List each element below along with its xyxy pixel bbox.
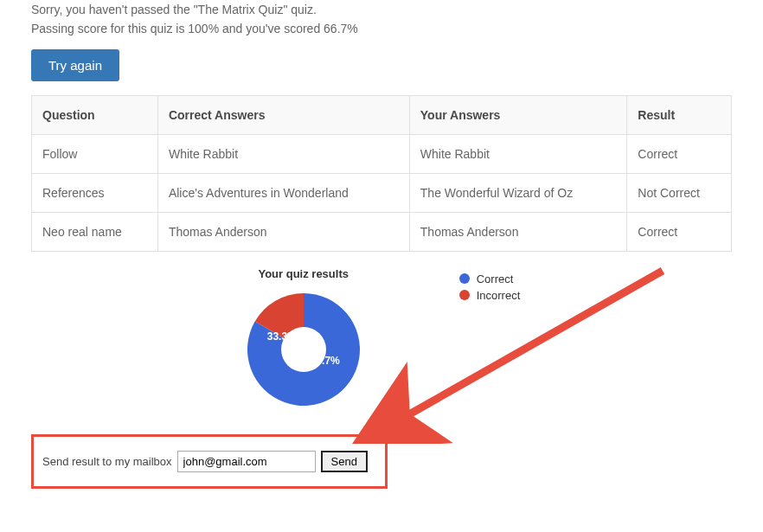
cell-question: References [32,173,158,212]
table-row: Follow White Rabbit White Rabbit Correct [32,134,732,173]
email-field[interactable] [177,451,316,472]
send-result-label: Send result to my mailbox [42,455,172,468]
table-row: Neo real name Thomas Anderson Thomas And… [32,212,732,251]
table-row: References Alice's Adventures in Wonderl… [32,173,732,212]
legend-item-incorrect: Incorrect [459,289,521,302]
cell-correct-answer: White Rabbit [157,134,409,173]
header-result: Result [627,95,732,134]
header-question: Question [32,95,158,134]
cell-result: Correct [627,212,732,251]
cell-question: Neo real name [32,212,158,251]
cell-result: Correct [627,134,732,173]
chart-block: Your quiz results 66.7% 33.3% [243,267,364,410]
legend-label-correct: Correct [477,272,514,285]
header-correct-answers: Correct Answers [157,95,409,134]
send-result-section: Send result to my mailbox Send [31,434,388,489]
header-your-answers: Your Answers [409,95,627,134]
cell-correct-answer: Alice's Adventures in Wonderland [157,173,409,212]
legend-item-correct: Correct [459,272,521,285]
svg-line-0 [403,271,663,418]
donut-chart: 66.7% 33.3% [243,289,364,410]
fail-message-line1: Sorry, you haven't passed the "The Matri… [31,0,732,19]
chart-section: Your quiz results 66.7% 33.3% Correct In… [31,267,732,410]
legend-label-incorrect: Incorrect [477,289,521,302]
cell-question: Follow [32,134,158,173]
chart-legend: Correct Incorrect [459,272,521,305]
legend-swatch-incorrect-icon [459,290,470,300]
cell-your-answer: White Rabbit [409,134,627,173]
slice-label-correct: 66.7% [311,355,340,367]
send-button[interactable]: Send [321,451,368,472]
cell-correct-answer: Thomas Anderson [157,212,409,251]
chart-title: Your quiz results [243,267,364,280]
cell-your-answer: Thomas Anderson [409,212,627,251]
try-again-button[interactable]: Try again [31,49,119,81]
legend-swatch-correct-icon [459,273,470,284]
table-header-row: Question Correct Answers Your Answers Re… [32,95,732,134]
slice-label-incorrect: 33.3% [267,330,297,343]
results-table: Question Correct Answers Your Answers Re… [31,95,732,252]
fail-message-line2: Passing score for this quiz is 100% and … [31,19,732,38]
donut-svg [243,289,364,410]
cell-your-answer: The Wonderful Wizard of Oz [409,173,627,212]
cell-result: Not Correct [627,173,732,212]
